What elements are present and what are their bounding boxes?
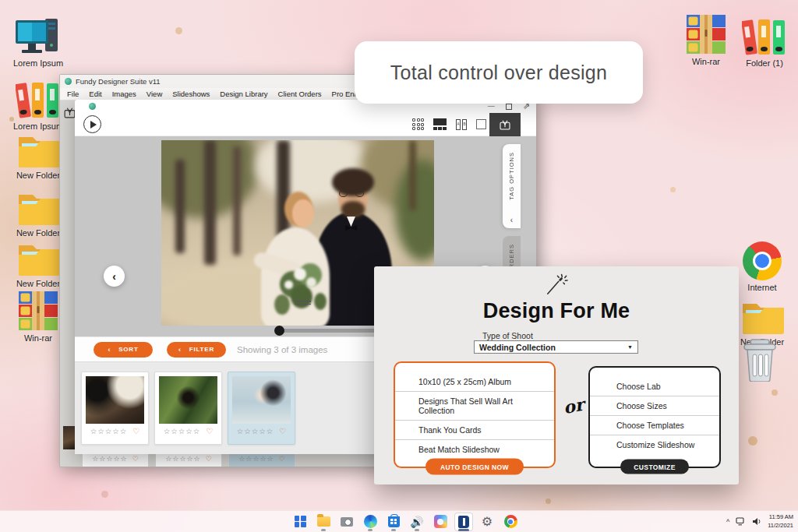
star-rating[interactable]: ☆☆☆☆☆ — [237, 427, 274, 435]
menu-item[interactable]: File — [67, 90, 79, 98]
volume-icon[interactable] — [752, 515, 761, 529]
ghost-thumbnail: ☆☆☆☆☆♡ — [228, 453, 295, 467]
customize-item: Choose Sizes — [590, 396, 719, 416]
thumbnail-1[interactable]: ☆☆☆☆☆ ♡ — [81, 372, 149, 445]
zoom-slider-knob[interactable] — [274, 326, 284, 336]
desktop-icon-label: Lorem Ipsum — [8, 58, 69, 68]
design-for-me-dialog: Design For Me Type of Shoot Wedding Coll… — [374, 266, 739, 484]
folder-icon — [732, 294, 793, 335]
design-mode-button[interactable] — [489, 113, 521, 136]
dropdown-caret-icon: ▼ — [627, 344, 633, 350]
previous-image-button[interactable]: ‹ — [104, 266, 125, 287]
tray-chevron-icon[interactable]: ^ — [726, 518, 729, 526]
desktop-icon-label: Internet — [732, 283, 793, 292]
customize-box: Choose LabChoose SizesChoose TemplatesCu… — [588, 366, 721, 468]
edge-icon[interactable] — [361, 513, 380, 531]
viewer-toolbar: AB — [75, 113, 536, 136]
sort-button[interactable]: ‹SORT — [94, 342, 153, 358]
ghost-thumbnail: ☆☆☆☆☆♡ — [82, 453, 149, 467]
popout-icon[interactable]: ⇗ — [523, 103, 530, 110]
filter-button[interactable]: ‹FILTER — [167, 342, 226, 358]
single-view-icon[interactable] — [476, 119, 486, 129]
chrome-icon — [732, 240, 793, 280]
tag-options-tab[interactable]: TAG OPTIONS ‹ — [503, 144, 521, 228]
fundy-logo-icon — [89, 103, 96, 110]
menu-item[interactable]: Slideshows — [172, 90, 210, 98]
settings-gear-icon[interactable]: ⚙ — [478, 513, 496, 531]
start-button[interactable] — [291, 513, 309, 531]
thumbnail-image — [86, 376, 144, 424]
active-app-icon[interactable] — [454, 513, 473, 531]
desktop-icon-label: Win-rar — [676, 57, 736, 66]
customize-button[interactable]: CUSTOMIZE — [620, 460, 689, 474]
callout-text: Total control over design — [390, 62, 607, 84]
star-rating[interactable]: ☆☆☆☆☆ — [90, 427, 128, 435]
grid-view-icon[interactable] — [412, 118, 424, 130]
computer-icon — [8, 16, 69, 56]
customize-item: Choose Lab — [590, 377, 719, 396]
star-rating[interactable]: ☆☆☆☆☆ — [164, 427, 201, 435]
favorite-heart-icon[interactable]: ♡ — [206, 427, 213, 435]
clock[interactable]: 11:59 AM 11/2/2021 — [768, 513, 793, 529]
file-explorer-icon[interactable] — [314, 513, 333, 531]
desktop-icon-internet[interactable]: Internet — [732, 240, 793, 292]
desktop-icon-winrar-right[interactable]: Win-rar — [676, 14, 736, 66]
feature-callout: Total control over design — [355, 41, 643, 104]
play-slideshow-button[interactable] — [83, 115, 101, 133]
background-thumbnail-sliver — [63, 426, 75, 449]
thumbnail-image — [159, 376, 217, 424]
app-title: Fundy Designer Suite v11 — [76, 77, 161, 86]
tray-date: 11/2/2021 — [768, 522, 793, 530]
favorite-heart-icon[interactable]: ♡ — [279, 427, 286, 435]
menu-item[interactable]: View — [147, 90, 162, 98]
compare-view-icon[interactable]: AB — [456, 119, 467, 130]
auto-design-item: 10x10 (25 x 25cm) Album — [395, 372, 554, 392]
menu-item[interactable]: Edit — [89, 90, 101, 98]
media-speaker-icon[interactable]: 🔊 — [408, 513, 426, 531]
chrome-taskbar-icon[interactable] — [501, 513, 520, 531]
desktop-icon-computer[interactable]: Lorem Ipsum — [8, 16, 69, 68]
favorite-heart-icon[interactable]: ♡ — [132, 427, 139, 435]
menu-item[interactable]: Images — [112, 90, 136, 98]
menu-item[interactable]: Client Orders — [278, 90, 322, 98]
ghost-thumbnail: ☆☆☆☆☆♡ — [155, 453, 222, 467]
tray-time: 11:59 AM — [768, 513, 793, 521]
network-icon[interactable] — [736, 515, 746, 529]
auto-design-item: Designs That Sell Wall Art Collection — [395, 392, 554, 421]
microsoft-store-icon[interactable] — [384, 513, 403, 531]
binders-icon — [734, 16, 795, 56]
auto-design-now-button[interactable]: AUTO DESIGN NOW — [425, 459, 524, 475]
showing-count-text: Showing 3 of 3 images — [237, 345, 327, 354]
collapse-chevron-icon[interactable]: ‹ — [510, 216, 513, 224]
magic-wand-icon — [545, 273, 568, 297]
auto-design-item: Beat Match Slideshow — [395, 440, 554, 459]
fundy-logo-icon — [65, 78, 72, 85]
desktop-icon-folder1-binders[interactable]: Folder (1) — [734, 16, 795, 68]
auto-design-box: 10x10 (25 x 25cm) AlbumDesigns That Sell… — [394, 361, 556, 468]
customize-item: Customize Slideshow — [590, 435, 719, 454]
thumbnail-2[interactable]: ☆☆☆☆☆ ♡ — [154, 372, 222, 445]
dialog-title: Design For Me — [374, 299, 739, 323]
restore-icon[interactable] — [506, 104, 512, 110]
type-of-shoot-label: Type of Shoot — [482, 331, 533, 340]
winrar-icon — [676, 14, 736, 55]
filmstrip-view-icon[interactable] — [433, 118, 447, 130]
taskbar: 🔊 ⚙ ^ 11:59 AM 11/2/2021 — [0, 510, 798, 532]
thumbnail-3-selected[interactable]: ☆☆☆☆☆ ♡ — [228, 372, 295, 445]
camera-icon[interactable] — [337, 513, 356, 531]
desktop-icon-label: Folder (1) — [734, 58, 795, 68]
auto-design-item: Thank You Cards — [395, 421, 554, 440]
resize-grip[interactable] — [295, 301, 311, 306]
menu-item[interactable]: Design Library — [220, 90, 267, 98]
customize-item: Choose Templates — [590, 416, 719, 435]
photos-icon[interactable] — [431, 513, 450, 531]
minimize-icon[interactable]: — — [488, 103, 495, 110]
or-divider-text: or — [560, 393, 588, 417]
thumbnail-image — [232, 376, 291, 424]
type-of-shoot-dropdown[interactable]: Wedding Collection ▼ — [474, 340, 638, 354]
